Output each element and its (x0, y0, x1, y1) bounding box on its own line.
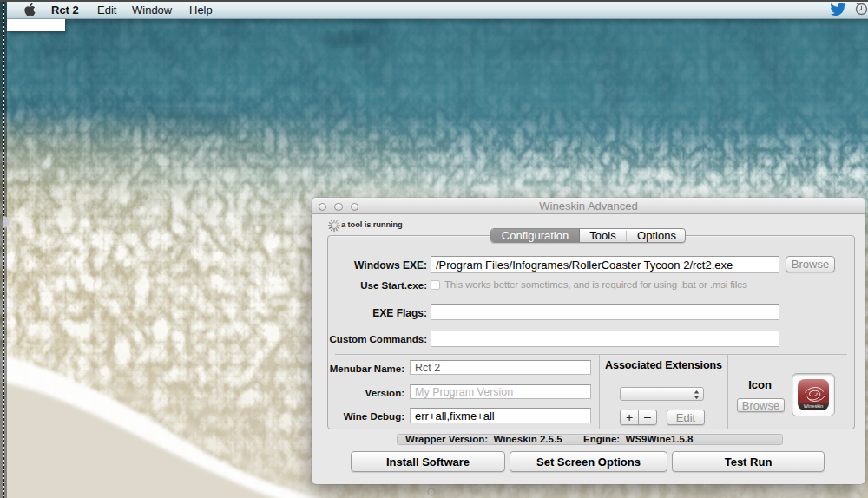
svg-text:Wineskin: Wineskin (804, 403, 824, 409)
